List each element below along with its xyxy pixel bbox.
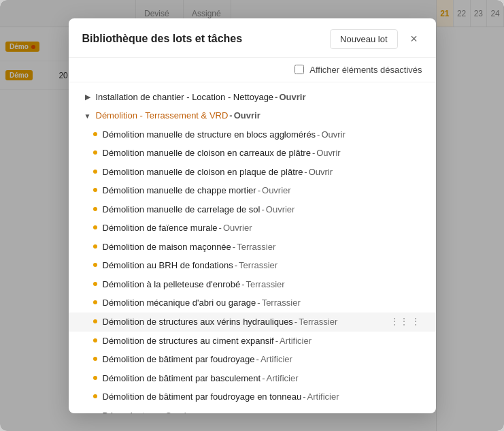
bullet-icon xyxy=(93,357,97,361)
item-name: Désamiantage xyxy=(103,409,160,413)
item-name: Installation de chantier - Location - Ne… xyxy=(96,91,274,104)
item-name: Démolition de bâtiment par foudroyage xyxy=(103,353,255,366)
list-item[interactable]: Démolition de bâtiment par basculement -… xyxy=(69,369,436,388)
item-name: Démolition manuelle de chappe mortier xyxy=(103,184,256,197)
bullet-icon xyxy=(93,132,97,136)
item-row: Démolition de faïence murale - Ouvrier xyxy=(103,221,422,235)
show-disabled-text: Afficher éléments désactivés xyxy=(309,65,422,75)
item-name: Démolition à la pelleteuse d'enrobé xyxy=(103,278,241,291)
item-name: Démolition manuelle de cloison en carrea… xyxy=(103,146,311,160)
app-background: Devisé Assigné Démo 8 j 20 j Démo 20 j 3… xyxy=(0,0,504,431)
item-link[interactable]: Ouvrir xyxy=(316,146,340,160)
item-role: Artificier xyxy=(267,372,299,385)
item-row: Démolition manuelle de cloison en plaque… xyxy=(103,165,422,179)
item-row: Démolition de bâtiment par foudroyage - … xyxy=(103,353,422,366)
bullet-icon xyxy=(93,225,97,229)
modal-title: Bibliothèque des lots et tâches xyxy=(82,33,243,45)
more-options-icon[interactable]: ⋮ xyxy=(409,315,422,329)
list-item[interactable]: Démolition manuelle de chappe mortier - … xyxy=(69,181,436,200)
show-disabled-checkbox[interactable] xyxy=(295,65,304,74)
modal-dialog: Bibliothèque des lots et tâches Nouveau … xyxy=(69,18,436,413)
item-row: Démolition manuelle de cloison en carrea… xyxy=(103,146,422,160)
item-link[interactable]: Ouvrir xyxy=(234,109,261,123)
list-item[interactable]: Démolition de structures au ciment expan… xyxy=(69,332,436,351)
item-name: Démolition manuelle de cloison en plaque… xyxy=(103,165,303,179)
chevron-down-icon: ▼ xyxy=(82,110,93,121)
bullet-icon xyxy=(93,300,97,304)
item-row: Démolition de bâtiment par basculement -… xyxy=(103,372,422,385)
item-role: Ouvrier xyxy=(262,184,291,197)
bullet-icon xyxy=(93,394,97,398)
nouveau-lot-button[interactable]: Nouveau lot xyxy=(330,29,397,49)
item-role: Ouvrier xyxy=(165,409,195,413)
list-item[interactable]: Démolition de maison maçonnée - Terrassi… xyxy=(69,238,436,257)
item-name: Démolition manuelle de carrelage de sol xyxy=(103,203,261,217)
item-row: Démolition manuelle de carrelage de sol … xyxy=(103,203,422,217)
item-name: Démolition mécanique d'abri ou garage xyxy=(103,296,256,310)
item-link[interactable]: Ouvrir xyxy=(279,91,305,104)
bullet-icon xyxy=(93,319,97,323)
item-name: Démolition de structures au ciment expan… xyxy=(103,334,274,348)
show-disabled-label[interactable]: Afficher éléments désactivés xyxy=(295,65,422,75)
bullet-icon xyxy=(93,188,97,192)
list-item[interactable]: Démolition mécanique d'abri ou garage - … xyxy=(69,293,436,313)
list-item[interactable]: Démolition manuelle de structure en bloc… xyxy=(69,125,436,144)
item-name: Démolition au BRH de fondations xyxy=(103,259,233,272)
item-role: Artificier xyxy=(280,334,312,348)
item-row: Démolition manuelle de structure en bloc… xyxy=(103,128,422,142)
item-role: Ouvrier xyxy=(223,221,252,235)
bullet-icon xyxy=(93,376,97,380)
item-role: Terrassier xyxy=(246,278,285,291)
item-role: Artificier xyxy=(307,390,339,404)
item-link[interactable]: Ouvrir xyxy=(309,165,333,179)
list-item-highlighted[interactable]: Démolition de structures aux vérins hydr… xyxy=(69,313,436,332)
item-row: Démolition de bâtiment par foudroyage en… xyxy=(103,390,422,404)
bullet-icon xyxy=(93,338,97,342)
list-item[interactable]: Démolition de bâtiment par foudroyage en… xyxy=(69,387,436,406)
bullet-icon xyxy=(93,263,97,267)
item-name: Démolition de bâtiment par basculement xyxy=(103,372,261,385)
item-row: Installation de chantier - Location - Ne… xyxy=(96,91,422,104)
close-button[interactable]: × xyxy=(406,31,422,47)
item-role: Artificier xyxy=(261,353,292,366)
list-item[interactable]: Démolition manuelle de carrelage de sol … xyxy=(69,200,436,219)
item-row: Démolition à la pelleteuse d'enrobé - Te… xyxy=(103,278,422,291)
modal-header-actions: Nouveau lot × xyxy=(330,29,422,49)
item-role: Ouvrier xyxy=(266,203,295,217)
tree-item-installation[interactable]: ▶ Installation de chantier - Location - … xyxy=(69,88,436,107)
modal-toolbar: Afficher éléments désactivés xyxy=(69,58,436,82)
modal-body[interactable]: ▶ Installation de chantier - Location - … xyxy=(69,82,436,413)
drag-handle-icon[interactable]: ⋮⋮ xyxy=(392,315,406,329)
item-name: Démolition de faïence murale xyxy=(103,221,218,235)
item-name: Démolition de structures aux vérins hydr… xyxy=(103,315,293,329)
list-item[interactable]: Démolition manuelle de cloison en plaque… xyxy=(69,163,436,182)
modal-header: Bibliothèque des lots et tâches Nouveau … xyxy=(69,18,436,58)
bullet-icon xyxy=(93,150,97,155)
tree-item-demolition[interactable]: ▼ Démolition - Terrassement & VRD - Ouvr… xyxy=(69,106,436,125)
item-name: Démolition de maison maçonnée xyxy=(103,240,231,254)
item-link[interactable]: Ouvrir xyxy=(321,128,345,142)
item-row: Démolition de structures au ciment expan… xyxy=(103,334,422,348)
list-item[interactable]: Démolition de bâtiment par foudroyage - … xyxy=(69,350,436,369)
list-item[interactable]: Démolition de faïence murale - Ouvrier xyxy=(69,219,436,238)
chevron-right-icon: ▶ xyxy=(82,92,93,103)
item-row: Démolition manuelle de chappe mortier - … xyxy=(103,184,422,197)
modal-overlay: Bibliothèque des lots et tâches Nouveau … xyxy=(0,0,504,431)
item-row: Démolition mécanique d'abri ou garage - … xyxy=(103,296,422,310)
list-item[interactable]: Démolition au BRH de fondations - Terras… xyxy=(69,256,436,275)
bullet-icon xyxy=(93,170,97,174)
list-item[interactable]: Démolition manuelle de cloison en carrea… xyxy=(69,144,436,163)
list-item[interactable]: Démolition à la pelleteuse d'enrobé - Te… xyxy=(69,275,436,294)
bullet-icon xyxy=(93,244,97,249)
item-role: Terrassier xyxy=(299,315,337,329)
item-row: Démolition - Terrassement & VRD - Ouvrir xyxy=(96,109,422,123)
item-name: Démolition manuelle de structure en bloc… xyxy=(103,128,316,142)
item-row: Désamiantage - Ouvrier xyxy=(103,409,422,413)
item-role: Terrassier xyxy=(239,259,278,272)
item-name: Démolition de bâtiment par foudroyage en… xyxy=(103,390,302,404)
item-name: Démolition - Terrassement & VRD xyxy=(96,109,229,123)
bullet-icon xyxy=(93,282,97,286)
list-item[interactable]: Désamiantage - Ouvrier xyxy=(69,406,436,413)
item-role: Terrassier xyxy=(262,296,301,310)
bullet-icon xyxy=(93,207,97,211)
